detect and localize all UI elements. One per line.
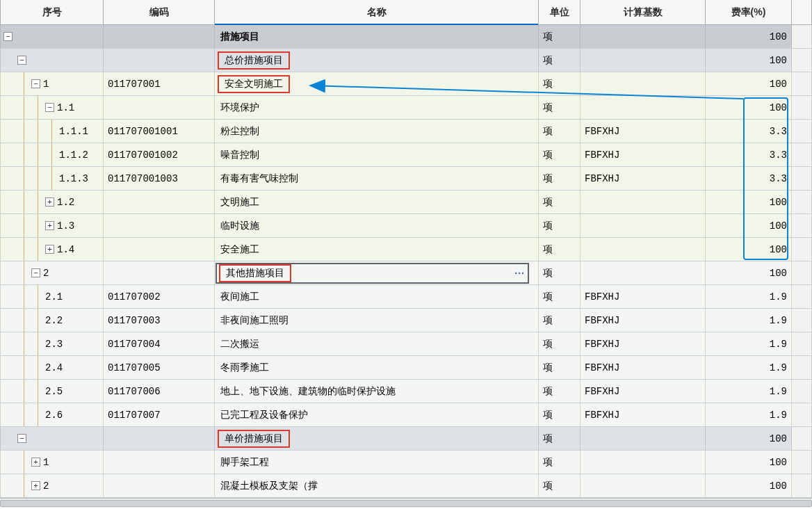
cell-rate[interactable]: 100 (705, 72, 791, 95)
cell-rate[interactable]: 100 (705, 261, 791, 284)
expand-icon[interactable] (31, 458, 40, 467)
cell-code[interactable]: 011707004 (103, 332, 214, 355)
table-row[interactable]: 2混凝土模板及支架（撑项100 (0, 474, 812, 498)
cell-code[interactable] (103, 238, 214, 261)
cell-name[interactable]: 粉尘控制 (214, 120, 538, 143)
cell-code[interactable] (103, 451, 214, 474)
table-row[interactable]: 2其他措施项目···项100 (0, 261, 812, 285)
cell-rate[interactable]: 100 (705, 474, 791, 497)
col-header-code[interactable]: 编码 (103, 0, 214, 24)
cell-name[interactable]: 文明施工 (214, 191, 538, 213)
cell-calc-base[interactable]: FBFXHJ (580, 332, 705, 355)
name-cell-editor[interactable]: 其他措施项目··· (216, 263, 529, 284)
cell-unit[interactable]: 项 (538, 332, 580, 355)
cell-name[interactable]: 环境保护 (214, 96, 538, 119)
cell-calc-base[interactable]: FBFXHJ (580, 380, 705, 403)
cell-calc-base[interactable]: FBFXHJ (580, 285, 705, 308)
cell-code[interactable] (103, 96, 214, 119)
cell-rate[interactable]: 1.9 (705, 309, 791, 332)
expand-icon[interactable] (31, 481, 40, 490)
col-header-base[interactable]: 计算基数 (580, 0, 705, 24)
cell-code[interactable] (103, 214, 214, 237)
cell-code[interactable]: 011707002 (103, 285, 214, 308)
cell-rate[interactable]: 1.9 (705, 285, 791, 308)
collapse-icon[interactable] (17, 434, 26, 443)
cell-name[interactable]: 冬雨季施工 (214, 356, 538, 379)
cell-calc-base[interactable]: FBFXHJ (580, 356, 705, 379)
cell-unit[interactable]: 项 (538, 120, 580, 143)
collapse-icon[interactable] (45, 103, 54, 112)
cell-unit[interactable]: 项 (538, 403, 580, 426)
cell-editor-ellipsis-button[interactable]: ··· (514, 268, 525, 279)
cell-unit[interactable]: 项 (538, 49, 580, 72)
cell-unit[interactable]: 项 (538, 96, 580, 119)
cell-unit[interactable]: 项 (538, 356, 580, 379)
cell-code[interactable] (103, 474, 214, 497)
horizontal-scrollbar-thumb[interactable] (0, 500, 812, 507)
collapse-icon[interactable] (31, 268, 40, 277)
cell-name[interactable]: 夜间施工 (214, 285, 538, 308)
cell-calc-base[interactable]: FBFXHJ (580, 403, 705, 426)
table-row[interactable]: 2.5011707006地上、地下设施、建筑物的临时保护设施项FBFXHJ1.9 (0, 380, 812, 403)
cell-rate[interactable]: 100 (705, 451, 791, 474)
cell-calc-base[interactable] (580, 49, 705, 72)
cell-code[interactable] (103, 427, 214, 450)
collapse-icon[interactable] (3, 32, 13, 41)
cell-rate[interactable]: 100 (705, 238, 791, 261)
cell-unit[interactable]: 项 (538, 167, 580, 190)
cell-calc-base[interactable] (580, 261, 705, 284)
measures-tree-grid[interactable]: 序号 编码 名称 单位 计算基数 费率(%) 措施项目项100总价措施项目项10… (0, 0, 812, 508)
cell-code[interactable] (103, 261, 214, 284)
cell-name[interactable]: 总价措施项目 (214, 49, 538, 72)
cell-calc-base[interactable] (580, 72, 705, 95)
table-row[interactable]: 单价措施项目项100 (0, 427, 812, 451)
cell-unit[interactable]: 项 (538, 474, 580, 497)
cell-unit[interactable]: 项 (538, 285, 580, 308)
cell-name[interactable]: 措施项目 (214, 25, 538, 48)
cell-rate[interactable]: 100 (705, 427, 791, 450)
cell-rate[interactable]: 100 (705, 49, 791, 72)
cell-code[interactable]: 011707006 (103, 380, 214, 403)
horizontal-scrollbar[interactable] (0, 498, 812, 508)
cell-unit[interactable]: 项 (538, 25, 580, 48)
col-header-name[interactable]: 名称 (214, 0, 538, 24)
cell-calc-base[interactable] (580, 214, 705, 237)
cell-calc-base[interactable]: FBFXHJ (580, 309, 705, 332)
cell-calc-base[interactable] (580, 191, 705, 213)
table-row[interactable]: 1脚手架工程项100 (0, 451, 812, 474)
table-row[interactable]: 2.1011707002夜间施工项FBFXHJ1.9 (0, 285, 812, 309)
cell-unit[interactable]: 项 (538, 380, 580, 403)
cell-code[interactable]: 011707007 (103, 403, 214, 426)
cell-calc-base[interactable] (580, 238, 705, 261)
col-header-unit[interactable]: 单位 (538, 0, 580, 24)
collapse-icon[interactable] (31, 79, 40, 88)
cell-unit[interactable]: 项 (538, 309, 580, 332)
cell-unit[interactable]: 项 (538, 72, 580, 95)
table-row[interactable]: 2.3011707004二次搬运项FBFXHJ1.9 (0, 332, 812, 356)
cell-code[interactable]: 011707003 (103, 309, 214, 332)
cell-calc-base[interactable] (580, 25, 705, 48)
table-row[interactable]: 1.3临时设施项100 (0, 214, 812, 238)
table-row[interactable]: 2.4011707005冬雨季施工项FBFXHJ1.9 (0, 356, 812, 380)
cell-code[interactable] (103, 49, 214, 72)
cell-unit[interactable]: 项 (538, 191, 580, 213)
table-row[interactable]: 1.4安全施工项100 (0, 238, 812, 261)
table-row[interactable]: 1.1.2011707001002噪音控制项FBFXHJ3.3 (0, 143, 812, 167)
cell-calc-base[interactable] (580, 96, 705, 119)
cell-calc-base[interactable] (580, 427, 705, 450)
table-row[interactable]: 1011707001安全文明施工项100 (0, 72, 812, 96)
cell-code[interactable]: 011707001001 (103, 120, 214, 143)
cell-code[interactable]: 011707001002 (103, 143, 214, 166)
cell-name[interactable]: 噪音控制 (214, 143, 538, 166)
cell-rate[interactable]: 3.3 (705, 143, 791, 166)
cell-rate[interactable]: 1.9 (705, 380, 791, 403)
cell-rate[interactable]: 100 (705, 96, 791, 119)
cell-calc-base[interactable] (580, 474, 705, 497)
collapse-icon[interactable] (17, 56, 26, 65)
cell-calc-base[interactable]: FBFXHJ (580, 143, 705, 166)
cell-code[interactable]: 011707005 (103, 356, 214, 379)
cell-code[interactable]: 011707001003 (103, 167, 214, 190)
cell-unit[interactable]: 项 (538, 214, 580, 237)
table-row[interactable]: 1.1.3011707001003有毒有害气味控制项FBFXHJ3.3 (0, 167, 812, 191)
cell-name[interactable]: 地上、地下设施、建筑物的临时保护设施 (214, 380, 538, 403)
